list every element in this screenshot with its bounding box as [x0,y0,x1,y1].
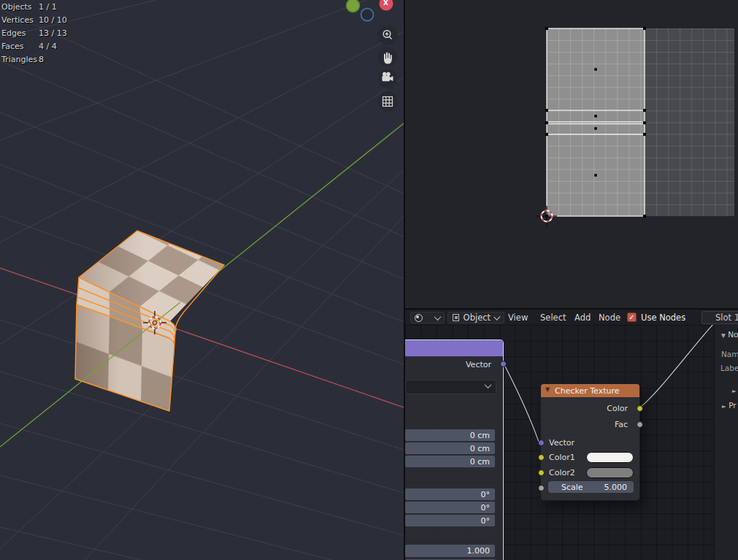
chevron-down-icon [434,313,442,321]
rotation-y-field[interactable]: 0° [405,502,495,513]
editor-type-button[interactable] [410,312,445,323]
mapping-node-header[interactable] [405,340,503,356]
stat-label: Triangles [1,53,39,66]
blender-window: Objects1 / 1 Vertices10 / 10 Edges13 / 1… [0,0,738,560]
scale-x-field[interactable]: 1.000 [405,545,495,557]
menu-node[interactable]: Node [599,312,620,323]
checker-scale-field[interactable]: Scale 5.000 [548,481,634,493]
checker-node-title: Checker Texture [555,386,620,396]
location-z-field[interactable]: 0 cm [405,456,495,467]
stat-label: Faces [1,40,39,53]
sidebar-panel-properties-label: Pr [729,401,736,410]
node-editor-header: Object View Select Add Node ✓ Use Nodes … [405,309,738,326]
node-editor-canvas[interactable]: Vector 0 cm 0 cm 0 cm 0° 0° 0° 1.000 ▼ C… [405,325,738,560]
sidebar-panel-node[interactable]: ▼ No [721,330,738,339]
stat-label: Objects [1,1,39,14]
chevron-down-icon [485,381,492,388]
rotation-x-field[interactable]: 0° [405,488,495,500]
triangle-down-icon: ▼ [721,332,726,339]
sidebar-panel-node-label: No [728,330,738,339]
gizmo-x-label: X [383,0,388,7]
collapse-triangle-icon[interactable]: ▼ [545,386,550,393]
vector-input-socket[interactable] [538,440,545,446]
chevron-down-icon [493,313,500,320]
scale-input-socket[interactable] [538,485,545,491]
shader-mode-dropdown[interactable]: Object [447,312,504,323]
rotation-z-field[interactable]: 0° [405,515,495,526]
sidebar-collapsed-panel[interactable]: ► [732,386,737,394]
vector-input-label: Vector [549,438,574,448]
fac-output-label: Fac [615,420,628,429]
checker-scale-label: Scale [561,483,583,492]
uv-island-edges[interactable] [547,28,645,216]
sidebar-label-label: Labe [720,364,738,372]
checker-node-header[interactable]: ▼ Checker Texture [541,384,639,397]
uv-editor[interactable] [405,0,738,308]
color1-swatch[interactable] [586,452,634,463]
stat-value: 4 / 4 [39,42,57,51]
checker-texture-node[interactable]: ▼ Checker Texture Color Fac Vector Color… [540,383,640,501]
slot-button[interactable]: Slot 1 [702,311,738,324]
stat-label: Vertices [1,14,39,27]
color1-input-label: Color1 [549,453,575,462]
gizmo-z-axis-ball[interactable] [361,9,374,21]
color2-swatch[interactable] [586,467,634,478]
location-x-field[interactable]: 0 cm [405,429,495,441]
stat-value: 8 [39,55,44,64]
uv-vertices[interactable] [545,27,646,218]
viewport-scene [0,0,404,560]
color2-input-socket[interactable] [538,469,545,476]
slot-label: Slot 1 [715,312,738,323]
shader-mode-value: Object [464,312,491,323]
sidebar-name-label: Nam [721,350,738,358]
menu-view[interactable]: View [508,312,528,323]
stat-value: 10 / 10 [39,15,67,25]
mapping-node[interactable]: Vector 0 cm 0 cm 0 cm 0° 0° 0° 1.000 [405,340,504,560]
zoom-button[interactable] [378,26,398,45]
color1-input-socket[interactable] [538,454,545,461]
mapping-type-dropdown[interactable] [405,380,496,394]
color2-input-label: Color2 [549,468,575,477]
ortho-grid-button[interactable] [378,92,398,112]
triangle-right-icon: ► [732,388,737,394]
use-nodes-checkbox[interactable]: ✓ [627,312,637,322]
color-output-socket[interactable] [637,405,643,412]
stat-value: 13 / 13 [39,28,67,38]
stat-label: Edges [1,27,39,40]
triangle-right-icon: ► [722,403,726,410]
vector-output-socket[interactable] [500,361,507,367]
x-axis-line [0,268,404,407]
uv-overlay [405,0,738,308]
menu-add[interactable]: Add [574,312,591,323]
gizmo-y-axis-ball[interactable] [347,0,360,12]
object-data-icon [453,314,459,321]
node-editor-sidebar: ▼ No Nam Labe ► ► Pr [714,325,738,560]
mapping-output-label: Vector [466,360,491,369]
menu-select[interactable]: Select [540,312,566,323]
viewport-3d[interactable]: Objects1 / 1 Vertices10 / 10 Edges13 / 1… [0,0,404,560]
viewport-statistics: Objects1 / 1 Vertices10 / 10 Edges13 / 1… [1,1,67,66]
use-nodes-label[interactable]: Use Nodes [641,312,685,323]
shader-editor-icon [415,314,423,322]
uv-face-dots[interactable] [594,68,597,177]
fac-output-socket[interactable] [637,421,643,428]
location-y-field[interactable]: 0 cm [405,442,495,454]
color-output-label: Color [607,404,628,413]
sidebar-panel-properties[interactable]: ► Pr [722,401,737,410]
stat-value: 1 / 1 [39,2,57,12]
viewport-nav-buttons[interactable] [378,26,398,112]
uv-cursor-2d [537,206,557,226]
checker-scale-value: 5.000 [604,483,628,492]
